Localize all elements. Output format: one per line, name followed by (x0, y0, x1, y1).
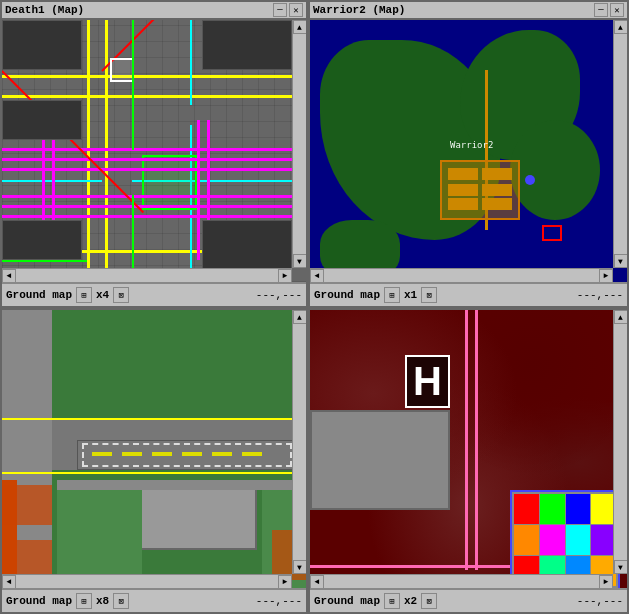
map-label-dungeon: Ground map (314, 595, 380, 607)
minimize-btn-warrior2[interactable]: ─ (594, 3, 608, 17)
scroll-area-dungeon: H ▲ ▼ ◄ ► (310, 310, 627, 588)
map-airport[interactable] (2, 310, 306, 588)
titlebar-buttons-warrior2: ─ ✕ (594, 3, 624, 17)
close-btn-warrior2[interactable]: ✕ (610, 3, 624, 17)
vscroll-death1[interactable]: ▲ ▼ (292, 20, 306, 268)
coords-dungeon: ---,--- (577, 595, 623, 607)
hscroll-left-dungeon[interactable]: ◄ (310, 575, 324, 589)
vscroll-dungeon[interactable]: ▲ ▼ (613, 310, 627, 574)
vscroll-down-airport[interactable]: ▼ (293, 560, 307, 574)
coords-warrior2: ---,--- (577, 289, 623, 301)
hscroll-left-warrior2[interactable]: ◄ (310, 269, 324, 283)
map-icon-dungeon[interactable]: ⊞ (384, 593, 400, 609)
map-label-death1: Ground map (6, 289, 72, 301)
vscroll-up-dungeon[interactable]: ▲ (614, 310, 628, 324)
vscroll-down-death1[interactable]: ▼ (293, 254, 307, 268)
map-label-warrior2: Ground map (314, 289, 380, 301)
hscroll-right-dungeon[interactable]: ► (599, 575, 613, 589)
titlebar-death1: Death1 (Map) ─ ✕ (2, 2, 306, 20)
zoom-warrior2: x1 (404, 289, 417, 301)
scroll-area-death1: ▲ ▼ ◄ ► (2, 20, 306, 282)
close-btn-death1[interactable]: ✕ (289, 3, 303, 17)
map-death1[interactable] (2, 20, 306, 282)
hscroll-dungeon[interactable]: ◄ ► (310, 574, 613, 588)
coords-airport: ---,--- (256, 595, 302, 607)
vscroll-down-dungeon[interactable]: ▼ (614, 560, 628, 574)
map-icon-airport[interactable]: ⊞ (76, 593, 92, 609)
zoom-airport: x8 (96, 595, 109, 607)
scroll-area-airport: ▲ ▼ ◄ ► (2, 310, 306, 588)
map-icon-warrior2[interactable]: ⊞ (384, 287, 400, 303)
hscroll-right-death1[interactable]: ► (278, 269, 292, 283)
vscroll-up-death1[interactable]: ▲ (293, 20, 307, 34)
hscroll-left-airport[interactable]: ◄ (2, 575, 16, 589)
map-icon-death1[interactable]: ⊞ (76, 287, 92, 303)
vscroll-up-warrior2[interactable]: ▲ (614, 20, 628, 34)
panel-warrior2: Warrior2 (Map) ─ ✕ (308, 0, 629, 308)
app-window: Death1 (Map) ─ ✕ (0, 0, 629, 614)
panel-dungeon: H ▲ ▼ ◄ ► Ground map ⊞ x2 ⊠ ---,--- (308, 308, 629, 614)
panel-death1: Death1 (Map) ─ ✕ (0, 0, 308, 308)
helipad-marker: H (405, 355, 450, 408)
vscroll-down-warrior2[interactable]: ▼ (614, 254, 628, 268)
hscroll-right-warrior2[interactable]: ► (599, 269, 613, 283)
title-death1: Death1 (Map) (5, 4, 84, 16)
statusbar-dungeon: Ground map ⊞ x2 ⊠ ---,--- (310, 588, 627, 612)
hscroll-airport[interactable]: ◄ ► (2, 574, 292, 588)
zoom-icon-warrior2[interactable]: ⊠ (421, 287, 437, 303)
map-warrior2[interactable]: Warrior2 (310, 20, 627, 282)
map-dungeon[interactable]: H (310, 310, 627, 588)
statusbar-death1: Ground map ⊞ x4 ⊠ ---,--- (2, 282, 306, 306)
map-label-airport: Ground map (6, 595, 72, 607)
zoom-icon-death1[interactable]: ⊠ (113, 287, 129, 303)
hscroll-warrior2[interactable]: ◄ ► (310, 268, 613, 282)
titlebar-warrior2: Warrior2 (Map) ─ ✕ (310, 2, 627, 20)
zoom-death1: x4 (96, 289, 109, 301)
panel-airport: ▲ ▼ ◄ ► Ground map ⊞ x8 ⊠ ---,--- (0, 308, 308, 614)
scroll-area-warrior2: Warrior2 ▲ ▼ ◄ ► (310, 20, 627, 282)
zoom-icon-dungeon[interactable]: ⊠ (421, 593, 437, 609)
hscroll-right-airport[interactable]: ► (278, 575, 292, 589)
title-warrior2: Warrior2 (Map) (313, 4, 405, 16)
titlebar-buttons-death1: ─ ✕ (273, 3, 303, 17)
vscroll-up-airport[interactable]: ▲ (293, 310, 307, 324)
vscroll-warrior2[interactable]: ▲ ▼ (613, 20, 627, 268)
zoom-icon-airport[interactable]: ⊠ (113, 593, 129, 609)
vscroll-airport[interactable]: ▲ ▼ (292, 310, 306, 574)
hscroll-left-death1[interactable]: ◄ (2, 269, 16, 283)
minimize-btn-death1[interactable]: ─ (273, 3, 287, 17)
statusbar-airport: Ground map ⊞ x8 ⊠ ---,--- (2, 588, 306, 612)
hscroll-death1[interactable]: ◄ ► (2, 268, 292, 282)
statusbar-warrior2: Ground map ⊞ x1 ⊠ ---,--- (310, 282, 627, 306)
coords-death1: ---,--- (256, 289, 302, 301)
zoom-dungeon: x2 (404, 595, 417, 607)
